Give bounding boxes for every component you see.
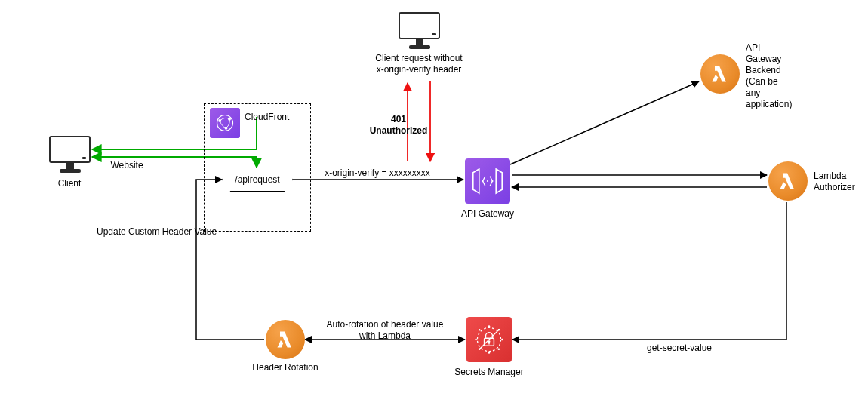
- edge-website-label: Website: [110, 160, 143, 171]
- diagram-stage: { "nodes": { "client": { "label": "Clien…: [0, 0, 868, 418]
- lambda-authorizer-label: Lambda Authorizer: [814, 171, 855, 193]
- svg-point-26: [498, 349, 500, 351]
- backend-lambda-label: API Gateway Backend (Can be any applicat…: [746, 42, 792, 110]
- header-rotation-icon: [266, 320, 305, 359]
- api-gateway-label: API Gateway: [461, 208, 514, 220]
- cloudfront-label: CloudFront: [245, 112, 289, 123]
- backend-lambda-icon: [700, 54, 740, 94]
- svg-point-21: [475, 339, 477, 341]
- svg-point-20: [488, 352, 491, 354]
- svg-point-22: [501, 339, 503, 341]
- edge-get-secret-label: get-secret-value: [647, 343, 712, 354]
- svg-point-23: [479, 329, 481, 331]
- secrets-manager-label: Secrets Manager: [454, 367, 523, 378]
- edge-auto-rotation-label: Auto-rotation of header value with Lambd…: [327, 319, 444, 342]
- client-label: Client: [58, 178, 82, 189]
- svg-point-25: [479, 349, 481, 351]
- unauth-client-icon: [399, 12, 440, 49]
- edge-unauthorized-label: 401 Unauthorized: [370, 114, 428, 137]
- svg-point-24: [498, 329, 500, 331]
- unauth-client-label: Client request without x-origin-verify h…: [375, 53, 462, 75]
- apirequest-label: /apirequest: [235, 174, 279, 185]
- cloudfront-icon: [210, 108, 240, 138]
- edge-xorigin-label: x-origin-verify = xxxxxxxxx: [325, 168, 430, 179]
- apirequest-hex: /apirequest: [222, 168, 293, 192]
- api-gateway-icon: [465, 158, 510, 204]
- svg-point-19: [488, 325, 491, 327]
- secrets-manager-icon: [466, 317, 512, 362]
- svg-line-3: [510, 81, 699, 164]
- client-icon: [49, 136, 91, 173]
- edge-update-header-label: Update Custom Header Value: [97, 226, 217, 238]
- lambda-authorizer-icon: [768, 161, 808, 201]
- header-rotation-label: Header Rotation: [252, 362, 318, 373]
- svg-point-12: [487, 180, 488, 182]
